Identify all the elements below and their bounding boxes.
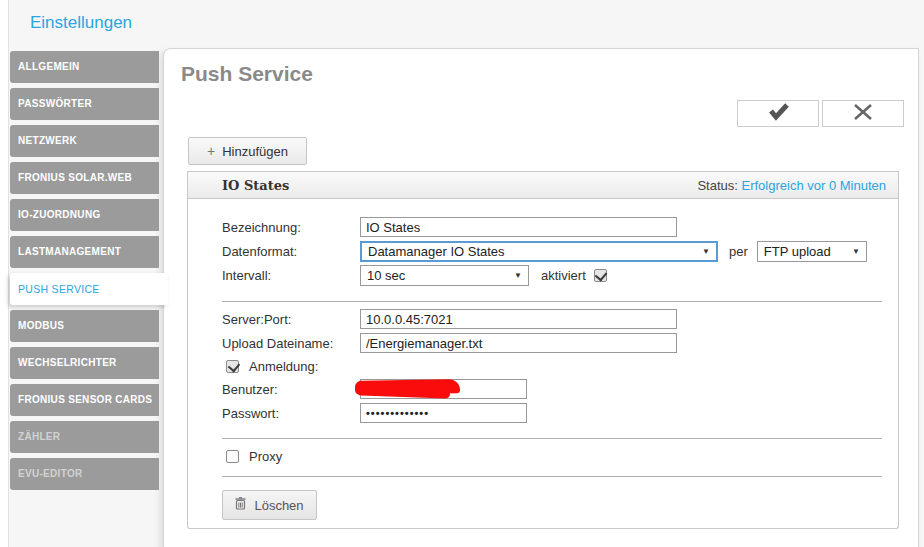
delete-button-label: Löschen — [254, 498, 303, 513]
passwort-input[interactable] — [360, 403, 527, 423]
chevron-down-icon: ▼ — [514, 271, 522, 280]
proxy-checkbox[interactable] — [226, 450, 239, 463]
proxy-row: Proxy — [222, 445, 898, 467]
sidebar-item-fronius-sensor-cards[interactable]: FRONIUS SENSOR CARDS — [10, 384, 159, 416]
intervall-select[interactable]: 10 sec ▼ — [360, 265, 529, 286]
benutzer-input[interactable] — [360, 379, 527, 399]
server-port-row: Server:Port: — [222, 307, 898, 331]
plus-icon: + — [207, 143, 215, 159]
sidebar-item-evu-editor[interactable]: EVU-EDITOR — [10, 458, 159, 490]
benutzer-label: Benutzer: — [222, 382, 360, 397]
section-header[interactable]: IO States Status: Erfolgreich vor 0 Minu… — [187, 171, 899, 199]
server-port-input[interactable] — [360, 309, 677, 329]
sidebar-item-fronius-solarweb[interactable]: FRONIUS SOLAR.WEB — [10, 162, 159, 194]
save-cancel-toolbar — [737, 100, 904, 127]
datenformat-row: Datenformat: Datamanager IO States ▼ per… — [222, 239, 898, 263]
intervall-selected-value: 10 sec — [367, 268, 405, 283]
sidebar-item-allgemein[interactable]: ALLGEMEIN — [10, 51, 159, 83]
passwort-row: Passwort: — [222, 401, 898, 425]
add-button-label: Hinzufügen — [222, 144, 288, 159]
anmeldung-checkbox[interactable] — [226, 360, 239, 373]
sidebar-item-push-service[interactable]: PUSH SERVICE — [10, 273, 168, 305]
protocol-selected-value: FTP upload — [764, 244, 831, 259]
status-label: Status: — [697, 178, 737, 193]
delete-button[interactable]: Löschen — [222, 490, 317, 520]
sidebar: ALLGEMEIN PASSWÖRTER NETZWERK FRONIUS SO… — [10, 51, 162, 495]
settings-page: Einstellungen ALLGEMEIN PASSWÖRTER NETZW… — [0, 0, 924, 547]
benutzer-input-wrapper — [360, 379, 527, 399]
anmeldung-label: Anmeldung: — [249, 359, 318, 374]
chevron-down-icon: ▼ — [702, 247, 710, 256]
anmeldung-row: Anmeldung: — [222, 355, 898, 377]
status-text: Status: Erfolgreich vor 0 Minuten — [697, 178, 886, 193]
panel-title: Push Service — [181, 62, 313, 86]
confirm-button[interactable] — [737, 100, 819, 127]
push-service-panel: Push Service + Hinzufügen IO States Stat — [163, 48, 919, 547]
datenformat-select[interactable]: Datamanager IO States ▼ — [360, 241, 718, 262]
section-title: IO States — [222, 178, 289, 193]
upload-dateiname-row: Upload Dateiname: — [222, 331, 898, 355]
per-label: per — [729, 244, 748, 259]
datenformat-label: Datenformat: — [222, 244, 360, 259]
server-port-label: Server:Port: — [222, 312, 360, 327]
intervall-label: Intervall: — [222, 268, 360, 283]
cancel-button[interactable] — [822, 100, 904, 127]
status-value: Erfolgreich vor 0 Minuten — [741, 178, 886, 193]
aktiviert-label: aktiviert — [541, 268, 586, 283]
sidebar-item-passwoerter[interactable]: PASSWÖRTER — [10, 88, 159, 120]
bezeichnung-row: Bezeichnung: — [222, 215, 898, 239]
close-icon — [852, 103, 874, 125]
section-body: Bezeichnung: Datenformat: Datamanager IO… — [187, 199, 899, 529]
divider — [222, 301, 882, 302]
check-icon — [763, 103, 793, 125]
sidebar-item-io-zuordnung[interactable]: IO-ZUORDNUNG — [10, 199, 159, 231]
chevron-down-icon: ▼ — [852, 247, 860, 256]
trash-icon — [235, 497, 246, 513]
bezeichnung-label: Bezeichnung: — [222, 220, 360, 235]
sidebar-item-netzwerk[interactable]: NETZWERK — [10, 125, 159, 157]
page-title: Einstellungen — [30, 13, 132, 33]
upload-dateiname-input[interactable] — [360, 333, 677, 353]
datenformat-selected-value: Datamanager IO States — [368, 244, 505, 259]
io-states-section: IO States Status: Erfolgreich vor 0 Minu… — [187, 171, 899, 529]
bezeichnung-input[interactable] — [360, 217, 677, 237]
sidebar-item-lastmanagement[interactable]: LASTMANAGEMENT — [10, 236, 159, 268]
passwort-label: Passwort: — [222, 406, 360, 421]
aktiviert-checkbox[interactable] — [594, 269, 607, 282]
intervall-row: Intervall: 10 sec ▼ aktiviert — [222, 263, 898, 287]
sidebar-item-wechselrichter[interactable]: WECHSELRICHTER — [10, 347, 159, 379]
sidebar-item-modbus[interactable]: MODBUS — [10, 310, 159, 342]
divider — [222, 438, 882, 439]
benutzer-row: Benutzer: — [222, 377, 898, 401]
add-button[interactable]: + Hinzufügen — [188, 137, 307, 165]
protocol-select[interactable]: FTP upload ▼ — [757, 241, 867, 262]
divider — [222, 476, 882, 477]
upload-dateiname-label: Upload Dateiname: — [222, 336, 360, 351]
proxy-label: Proxy — [249, 449, 282, 464]
sidebar-item-zaehler[interactable]: ZÄHLER — [10, 421, 159, 453]
